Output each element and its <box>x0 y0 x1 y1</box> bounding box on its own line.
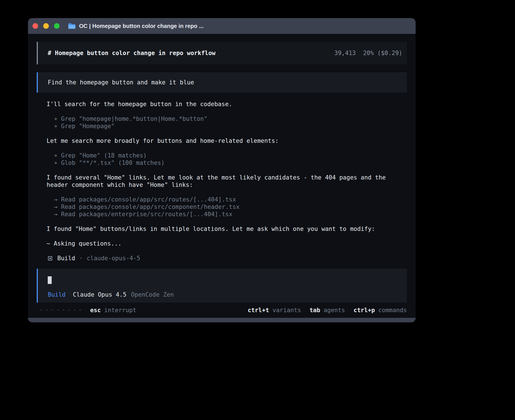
window-title: OC | Homepage button color change in rep… <box>79 23 204 29</box>
assistant-text: Let me search more broadly for buttons a… <box>37 137 407 145</box>
input-agent-label: Build <box>48 291 66 298</box>
agent-status-row: Build · claude-opus-4-5 <box>37 255 407 262</box>
zoom-button[interactable] <box>54 23 60 29</box>
agent-icon <box>48 256 52 261</box>
session-header: # Homepage button color change in repo w… <box>37 42 407 64</box>
tool-call-read: → Read packages/console/app/src/routes/[… <box>37 196 407 203</box>
tool-call-read: → Read packages/console/app/src/componen… <box>37 203 407 211</box>
shortcut-label: variants <box>272 307 301 314</box>
assistant-status-text: ~ Asking questions... <box>37 240 407 247</box>
assistant-text: I'll search for the homepage button in t… <box>37 100 407 108</box>
window-titlebar[interactable]: OC | Homepage button color change in rep… <box>28 18 416 34</box>
agent-model: claude-opus-4-5 <box>87 255 140 262</box>
esc-key-label: interrupt <box>104 307 136 314</box>
text-cursor <box>48 276 52 284</box>
status-bar: ········ esc interrupt ctrl+t variants t… <box>37 303 407 318</box>
traffic-lights <box>32 23 60 29</box>
esc-key-hint: esc <box>90 307 101 314</box>
shortcut-key: ctrl+t <box>248 307 269 314</box>
minimize-button[interactable] <box>43 23 49 29</box>
assistant-text: I found "Home" buttons/links in multiple… <box>37 225 407 233</box>
shortcut-variants: ctrl+t variants <box>248 307 301 314</box>
prompt-input[interactable]: Build Claude Opus 4.5 OpenCode Zen <box>37 269 407 303</box>
session-stats: 39,413 20% ($0.29) <box>334 50 402 56</box>
tool-call-read: → Read packages/enterprise/src/routes/[.… <box>37 211 407 218</box>
user-message-text: Find the homepage button and make it blu… <box>48 79 194 86</box>
tool-call-grep: ∗ Grep "Home" (18 matches) <box>37 152 407 159</box>
status-bar-left: ········ esc interrupt <box>37 307 136 314</box>
spinner-dots: ········ <box>40 307 84 314</box>
session-title: # Homepage button color change in repo w… <box>48 50 215 56</box>
input-meta: Build Claude Opus 4.5 OpenCode Zen <box>48 291 397 298</box>
shortcut-key: ctrl+p <box>353 307 375 314</box>
shortcut-label: agents <box>324 307 345 314</box>
status-bar-right: ctrl+t variants tab agents ctrl+p comman… <box>248 307 407 314</box>
close-button[interactable] <box>32 23 38 29</box>
tool-call-glob: ∗ Glob "**/*.tsx" (100 matches) <box>37 159 407 167</box>
shortcut-commands: ctrl+p commands <box>353 307 407 314</box>
conversation: I'll search for the homepage button in t… <box>37 100 407 262</box>
terminal-content: # Homepage button color change in repo w… <box>28 34 416 318</box>
assistant-text: I found several "Home" links. Let me loo… <box>37 174 407 189</box>
shortcut-key: tab <box>309 307 320 314</box>
folder-icon <box>68 23 76 29</box>
agent-name: Build <box>57 255 75 262</box>
shortcut-agents: tab agents <box>309 307 345 314</box>
input-model-label: Claude Opus 4.5 <box>73 291 126 298</box>
window-bottom-edge <box>28 318 416 322</box>
user-message: Find the homepage button and make it blu… <box>37 72 407 93</box>
terminal-window: OC | Homepage button color change in rep… <box>28 18 416 322</box>
separator-dot: · <box>79 255 83 262</box>
shortcut-label: commands <box>378 307 407 314</box>
token-count: 39,413 <box>334 50 356 56</box>
tool-call-grep: ∗ Grep "homepage|home.*button|Home.*butt… <box>37 115 407 123</box>
context-cost: 20% ($0.29) <box>363 50 402 56</box>
tool-call-grep: ∗ Grep "Homepage" <box>37 123 407 130</box>
input-provider-label: OpenCode Zen <box>131 291 174 298</box>
